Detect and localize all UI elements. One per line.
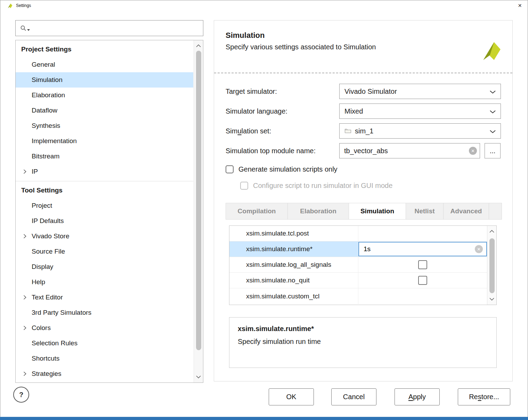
clear-icon[interactable]: ✕ xyxy=(475,245,483,253)
ok-button[interactable]: OK xyxy=(269,388,314,405)
scroll-down-icon[interactable] xyxy=(194,372,203,381)
item-label: Selection Rules xyxy=(32,339,78,347)
property-table: xsim.simulate.tcl.post xsim.simulate.run… xyxy=(229,225,497,305)
property-description-text: Specify simulation run time xyxy=(238,338,488,346)
property-name[interactable]: xsim.simulate.runtime* xyxy=(229,241,358,257)
top-module-label: Simulation top module name: xyxy=(226,147,339,155)
sidebar-item-simulation[interactable]: Simulation xyxy=(16,72,193,88)
tab-netlist[interactable]: Netlist xyxy=(406,203,443,219)
table-scrollbar[interactable] xyxy=(487,226,496,305)
property-name[interactable]: xsim.simulate.log_all_signals xyxy=(229,257,358,272)
restore-button[interactable]: Restore... xyxy=(458,388,510,405)
item-label: Shortcuts xyxy=(32,355,59,362)
property-description-box: xsim.simulate.runtime* Specify simulatio… xyxy=(229,317,497,368)
sidebar-item-dataflow[interactable]: Dataflow xyxy=(16,103,193,118)
sidebar-item-implementation[interactable]: Implementation xyxy=(16,133,193,149)
generate-scripts-row: Generate simulation scripts only xyxy=(226,165,512,173)
sidebar-item-synthesis[interactable]: Synthesis xyxy=(16,118,193,133)
table-row[interactable]: xsim.simulate.tcl.post xyxy=(229,226,487,241)
sidebar-item-ip[interactable]: IP xyxy=(16,164,193,179)
sidebar-item-selection-rules[interactable]: Selection Rules xyxy=(16,336,193,351)
sidebar-item-help[interactable]: Help xyxy=(16,274,193,290)
simulator-language-label: Simulator language: xyxy=(226,107,339,115)
tree-section-project-settings: Project Settings xyxy=(16,42,193,57)
item-label: Elaboration xyxy=(32,91,65,99)
scrollbar-thumb[interactable] xyxy=(196,51,201,350)
table-row[interactable]: xsim.simulate.log_all_signals xyxy=(229,257,487,273)
item-label: Synthesis xyxy=(32,122,60,130)
dropdown-value: sim_1 xyxy=(355,127,373,135)
sidebar-item-colors[interactable]: Colors xyxy=(16,320,193,336)
table-row[interactable]: xsim.simulate.custom_tcl xyxy=(229,288,487,304)
runtime-value-input[interactable] xyxy=(358,242,487,256)
close-button[interactable]: ✕ xyxy=(512,0,528,11)
sidebar-item-text-editor[interactable]: Text Editor xyxy=(16,290,193,305)
scrollbar-thumb[interactable] xyxy=(489,238,495,293)
target-simulator-dropdown[interactable]: Vivado Simulator xyxy=(339,84,501,99)
item-label: General xyxy=(32,61,55,68)
tab-advanced[interactable]: Advanced xyxy=(443,203,489,219)
log-all-signals-checkbox[interactable] xyxy=(418,260,427,269)
tab-compilation[interactable]: Compilation xyxy=(226,203,287,219)
cancel-button[interactable]: Cancel xyxy=(331,388,376,405)
scroll-down-icon[interactable] xyxy=(487,295,496,304)
settings-detail-panel: Simulation Specify various settings asso… xyxy=(214,20,513,381)
sidebar-item-shortcuts[interactable]: Shortcuts xyxy=(16,351,193,366)
sidebar-item-elaboration[interactable]: Elaboration xyxy=(16,88,193,103)
sidebar-item-ip-defaults[interactable]: IP Defaults xyxy=(16,213,193,229)
browse-ellipsis-button[interactable]: ... xyxy=(485,143,501,158)
dropdown-value: Mixed xyxy=(344,107,363,115)
scroll-up-icon[interactable] xyxy=(487,227,496,236)
chevron-down-icon xyxy=(490,88,496,96)
tree-scrollbar[interactable] xyxy=(194,40,203,382)
gui-mode-checkbox xyxy=(240,182,248,190)
simulation-set-dropdown[interactable]: sim_1 xyxy=(339,123,501,139)
sidebar-item-strategies[interactable]: Strategies xyxy=(16,366,193,381)
item-label: Implementation xyxy=(32,137,77,145)
property-value[interactable] xyxy=(358,288,487,304)
item-label: Text Editor xyxy=(32,294,63,301)
sidebar-item-general[interactable]: General xyxy=(16,57,193,72)
property-name[interactable]: xsim.simulate.tcl.post xyxy=(229,226,358,241)
search-input[interactable] xyxy=(33,20,203,36)
property-value[interactable] xyxy=(358,226,487,241)
search-icon[interactable] xyxy=(20,25,30,31)
top-module-input[interactable] xyxy=(339,143,480,158)
item-label: Source File xyxy=(32,248,65,255)
folder-icon xyxy=(344,128,351,134)
property-description-title: xsim.simulate.runtime* xyxy=(238,325,488,333)
item-label: IP xyxy=(32,168,38,175)
table-row[interactable]: xsim.simulate.runtime* ✕ xyxy=(229,241,487,257)
tree-section-tool-settings: Tool Settings xyxy=(16,183,193,198)
target-simulator-label: Target simulator: xyxy=(226,88,339,96)
table-row[interactable]: xsim.simulate.no_quit xyxy=(229,273,487,288)
property-name[interactable]: xsim.simulate.custom_tcl xyxy=(229,288,358,304)
no-quit-checkbox[interactable] xyxy=(418,276,427,285)
top-module-field-wrap: ✕ xyxy=(339,143,480,158)
sidebar-item-project[interactable]: Project xyxy=(16,198,193,213)
sidebar-item-source-file[interactable]: Source File xyxy=(16,244,193,259)
chevron-right-icon xyxy=(23,371,26,376)
sidebar-item-3rd-party-simulators[interactable]: 3rd Party Simulators xyxy=(16,305,193,320)
item-label: 3rd Party Simulators xyxy=(32,309,91,316)
item-label: Bitstream xyxy=(32,153,59,160)
generate-scripts-label: Generate simulation scripts only xyxy=(238,165,338,173)
clear-icon[interactable]: ✕ xyxy=(469,147,477,155)
property-name[interactable]: xsim.simulate.no_quit xyxy=(229,273,358,288)
sidebar-item-vivado-store[interactable]: Vivado Store xyxy=(16,229,193,244)
generate-scripts-checkbox[interactable] xyxy=(226,165,234,173)
search-box xyxy=(15,20,203,36)
scroll-up-icon[interactable] xyxy=(194,41,203,50)
gui-mode-row: Configure script to run simulator in GUI… xyxy=(240,182,512,190)
help-button[interactable]: ? xyxy=(13,387,29,403)
item-label: Display xyxy=(32,263,53,271)
apply-button[interactable]: Apply xyxy=(395,388,440,405)
simulation-set-label: Simulation set: xyxy=(226,127,339,135)
simulator-language-dropdown[interactable]: Mixed xyxy=(339,104,501,119)
tab-simulation[interactable]: Simulation xyxy=(349,203,406,219)
sidebar-item-display[interactable]: Display xyxy=(16,259,193,274)
tree-divider xyxy=(16,181,193,181)
item-label: Dataflow xyxy=(32,107,57,114)
sidebar-item-bitstream[interactable]: Bitstream xyxy=(16,149,193,164)
tab-elaboration[interactable]: Elaboration xyxy=(287,203,349,219)
